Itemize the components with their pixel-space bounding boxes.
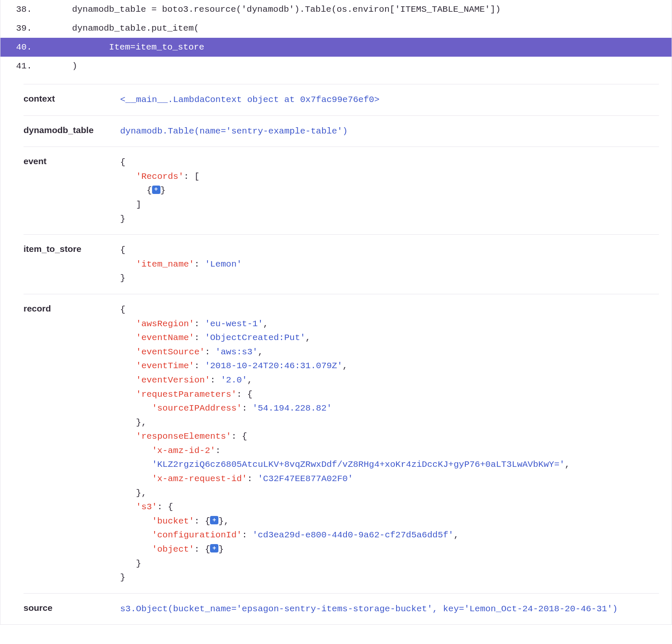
code-text: dynamodb_table = boto3.resource('dynamod…: [51, 5, 672, 14]
line-number: 39.: [0, 24, 51, 33]
code-line: 39. dynamodb_table.put_item(: [0, 19, 672, 38]
var-name: dynamodb_table: [24, 124, 120, 139]
var-value: { 'item_name': 'Lemon' }: [120, 243, 659, 285]
line-number: 41.: [0, 61, 51, 71]
code-line: 41. ): [0, 57, 672, 76]
var-name: context: [24, 93, 120, 107]
expand-icon[interactable]: +: [210, 516, 218, 524]
stack-frame-panel: 38. dynamodb_table = boto3.resource('dyn…: [0, 0, 672, 625]
expand-icon[interactable]: +: [152, 186, 160, 194]
var-name: event: [24, 155, 120, 226]
var-row-dynamodb-table: dynamodb_table dynamodb.Table(name='sent…: [24, 115, 659, 147]
var-row-record: record { 'awsRegion': 'eu-west-1', 'even…: [24, 294, 659, 593]
var-name: record: [24, 303, 120, 585]
code-line: 38. dynamodb_table = boto3.resource('dyn…: [0, 0, 672, 19]
var-value: s3.Object(bucket_name='epsagon-sentry-it…: [120, 602, 659, 616]
expand-icon[interactable]: +: [210, 544, 218, 552]
var-value: dynamodb.Table(name='sentry-example-tabl…: [120, 124, 659, 139]
code-text: dynamodb_table.put_item(: [51, 24, 672, 33]
var-value: { 'Records': [ {+} ] }: [120, 155, 659, 226]
local-variables: context <__main__.LambdaContext object a…: [0, 84, 672, 624]
code-line-active: 40. Item=item_to_store: [0, 38, 672, 57]
var-name: item_to_store: [24, 243, 120, 285]
line-number: 40.: [0, 42, 51, 52]
code-text: Item=item_to_store: [51, 42, 672, 52]
var-row-item-to-store: item_to_store { 'item_name': 'Lemon' }: [24, 234, 659, 294]
var-value: { 'awsRegion': 'eu-west-1', 'eventName':…: [120, 303, 659, 585]
var-value: <__main__.LambdaContext object at 0x7fac…: [120, 93, 659, 107]
var-row-event: event { 'Records': [ {+} ] }: [24, 147, 659, 234]
var-name: source: [24, 602, 120, 616]
var-row-source: source s3.Object(bucket_name='epsagon-se…: [24, 593, 659, 625]
var-row-context: context <__main__.LambdaContext object a…: [24, 84, 659, 115]
code-text: ): [51, 61, 672, 71]
line-number: 38.: [0, 5, 51, 14]
code-context: 38. dynamodb_table = boto3.resource('dyn…: [0, 0, 672, 76]
